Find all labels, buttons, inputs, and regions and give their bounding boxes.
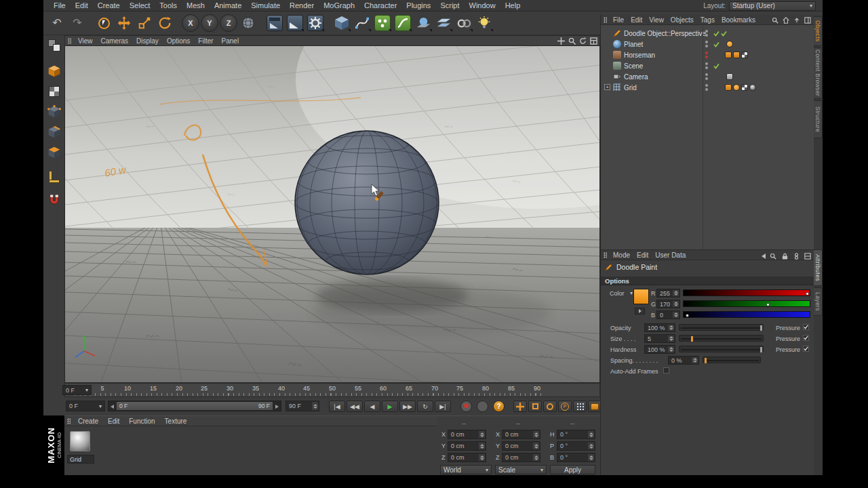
edges-mode-button[interactable] bbox=[45, 123, 63, 141]
rotation-h-field[interactable]: 0 ° bbox=[557, 430, 595, 439]
help-button[interactable]: ? bbox=[493, 401, 505, 412]
stepper[interactable] bbox=[673, 290, 679, 296]
current-frame-field[interactable]: 0 F ▾ bbox=[66, 401, 105, 411]
tag-orange-icon[interactable] bbox=[733, 84, 740, 91]
record-point-level-toggle[interactable] bbox=[573, 401, 587, 412]
menu-file[interactable]: File bbox=[49, 1, 71, 9]
snap-button[interactable] bbox=[45, 191, 63, 209]
menu-mesh[interactable]: Mesh bbox=[182, 1, 210, 9]
tab-attributes[interactable]: Attributes bbox=[814, 249, 823, 286]
stepper[interactable] bbox=[533, 431, 539, 438]
rotation-p-field[interactable]: 0 ° bbox=[557, 441, 595, 451]
stepper[interactable] bbox=[673, 301, 679, 307]
record-position-toggle[interactable] bbox=[513, 401, 527, 412]
panel-grip[interactable] bbox=[604, 17, 607, 23]
points-mode-button[interactable] bbox=[45, 103, 63, 121]
channel-b-slider[interactable] bbox=[683, 311, 810, 318]
up-level-icon[interactable] bbox=[793, 16, 801, 24]
visibility-dots[interactable] bbox=[705, 73, 708, 80]
menu-animate[interactable]: Animate bbox=[210, 1, 246, 9]
make-editable-button[interactable] bbox=[45, 37, 63, 54]
add-cube-button[interactable] bbox=[332, 14, 351, 33]
attr-menu-userdata[interactable]: User Data bbox=[652, 251, 689, 259]
stepper[interactable] bbox=[692, 357, 698, 363]
vp-menu-view[interactable]: View bbox=[74, 37, 97, 45]
opacity-slider[interactable] bbox=[679, 324, 764, 331]
vp-menu-cameras[interactable]: Cameras bbox=[97, 37, 133, 45]
lock-icon[interactable] bbox=[781, 252, 789, 260]
stepper[interactable] bbox=[668, 325, 674, 331]
attr-menu-mode[interactable]: Mode bbox=[610, 251, 633, 259]
tab-layers[interactable]: Layers bbox=[814, 287, 823, 316]
add-light-button[interactable] bbox=[475, 14, 494, 33]
menu-create[interactable]: Create bbox=[93, 1, 125, 9]
om-menu-edit[interactable]: Edit bbox=[627, 16, 646, 24]
stepper[interactable] bbox=[479, 443, 485, 449]
panel-grip[interactable] bbox=[68, 38, 71, 44]
timeline-ruler[interactable]: 0 5 10 15 20 25 30 35 40 45 50 55 60 65 … bbox=[64, 383, 600, 397]
record-keyframe-button[interactable] bbox=[460, 401, 472, 412]
tab-objects[interactable]: Objects bbox=[814, 16, 823, 46]
tab-content-browser[interactable]: Content Browser bbox=[814, 47, 823, 99]
vp-menu-filter[interactable]: Filter bbox=[194, 37, 217, 45]
polygons-mode-button[interactable] bbox=[45, 144, 63, 161]
pan-view-icon[interactable] bbox=[557, 37, 565, 45]
enabled-check-icon[interactable] bbox=[713, 41, 719, 49]
menu-character[interactable]: Character bbox=[359, 1, 401, 9]
coord-header-2[interactable]: -- bbox=[516, 420, 520, 427]
workplane-button[interactable] bbox=[45, 168, 63, 186]
vp-menu-display[interactable]: Display bbox=[132, 37, 163, 45]
home-icon[interactable] bbox=[782, 16, 790, 24]
opacity-field[interactable]: 100 % bbox=[644, 323, 675, 332]
material-thumbnail[interactable] bbox=[70, 431, 90, 451]
channel-r-field[interactable]: 255 bbox=[656, 289, 680, 298]
color-expand-button[interactable] bbox=[635, 308, 645, 314]
keyframe-selection-toggle[interactable] bbox=[588, 401, 601, 412]
coordinate-system-button[interactable] bbox=[239, 14, 258, 33]
history-back-icon[interactable] bbox=[762, 253, 766, 259]
add-camera-button[interactable] bbox=[454, 14, 473, 33]
object-row-doodle[interactable]: Doodle Object::Perspective bbox=[601, 28, 814, 39]
stepper[interactable] bbox=[533, 443, 539, 449]
size-y-field[interactable]: 0 cm bbox=[502, 441, 540, 451]
menu-render[interactable]: Render bbox=[285, 1, 319, 9]
menu-script[interactable]: Script bbox=[435, 1, 464, 9]
zoom-view-icon[interactable] bbox=[568, 37, 576, 45]
opacity-pressure-checkbox[interactable] bbox=[803, 324, 809, 330]
om-menu-tags[interactable]: Tags bbox=[697, 16, 718, 24]
rotation-b-field[interactable]: 0 ° bbox=[557, 453, 595, 462]
hardness-pressure-checkbox[interactable] bbox=[803, 346, 809, 352]
stepper[interactable] bbox=[673, 312, 679, 318]
coord-header-1[interactable]: -- bbox=[462, 420, 466, 427]
toggle-view-icon[interactable] bbox=[589, 37, 597, 45]
vp-menu-panel[interactable]: Panel bbox=[218, 37, 243, 45]
color-swatch[interactable] bbox=[633, 289, 649, 304]
object-row-camera[interactable]: Camera bbox=[601, 71, 814, 82]
axis-z-toggle[interactable]: Z bbox=[220, 14, 237, 32]
stepper[interactable] bbox=[668, 336, 674, 342]
render-view-button[interactable] bbox=[265, 14, 284, 33]
menu-edit[interactable]: Edit bbox=[71, 1, 93, 9]
autokey-button[interactable] bbox=[477, 401, 488, 412]
tag-compositing-icon[interactable] bbox=[741, 84, 748, 91]
apply-button[interactable]: Apply bbox=[550, 465, 595, 474]
panel-grip[interactable] bbox=[67, 418, 71, 424]
live-selection-button[interactable] bbox=[94, 14, 113, 33]
materials-panel[interactable]: Grid bbox=[64, 426, 437, 475]
hardness-slider[interactable] bbox=[679, 346, 764, 352]
size-field[interactable]: 5 bbox=[644, 334, 675, 343]
stepper[interactable] bbox=[588, 454, 594, 461]
menu-select[interactable]: Select bbox=[125, 1, 155, 9]
enabled-check-icon[interactable] bbox=[713, 62, 719, 70]
visibility-dots[interactable] bbox=[705, 52, 708, 58]
add-generator-button[interactable] bbox=[373, 14, 392, 33]
play-mode-button[interactable]: ↻ bbox=[417, 401, 433, 412]
add-environment-button[interactable] bbox=[414, 14, 433, 33]
rotate-view-icon[interactable] bbox=[578, 37, 587, 45]
om-menu-objects[interactable]: Objects bbox=[667, 16, 697, 24]
rotate-tool-button[interactable] bbox=[155, 14, 174, 33]
layout-dropdown[interactable]: Startup (User) ▾ bbox=[729, 1, 816, 11]
hardness-field[interactable]: 100 % bbox=[644, 345, 675, 354]
record-parameter-toggle[interactable]: P bbox=[558, 401, 572, 412]
stepper[interactable] bbox=[588, 431, 594, 438]
